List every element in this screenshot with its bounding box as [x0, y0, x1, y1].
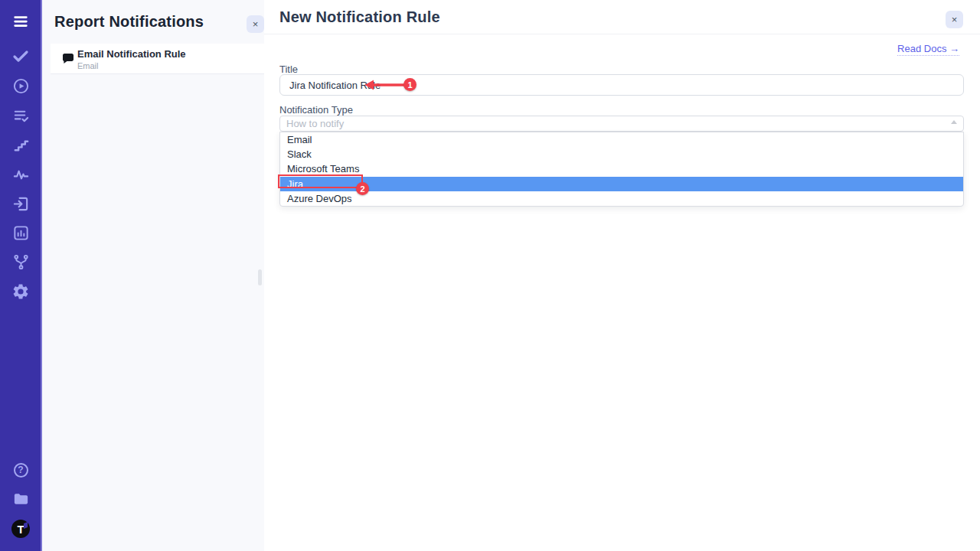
read-docs-link[interactable]: Read Docs → — [897, 43, 959, 56]
annotation-step-2-badge: 2 — [356, 182, 369, 195]
list-check-icon[interactable] — [11, 106, 31, 126]
bar-chart-icon[interactable] — [11, 223, 31, 243]
option-email[interactable]: Email — [280, 132, 963, 147]
activity-icon[interactable] — [11, 165, 31, 184]
notification-type-label: Notification Type — [279, 104, 353, 116]
new-notification-rule-drawer: New Notification Rule × Read Docs → Titl… — [264, 0, 980, 551]
list-item-email-notification-rule[interactable]: Email Notification Rule Email — [51, 44, 264, 74]
annotation-highlight-box — [278, 174, 363, 188]
annotation-arrow-left — [364, 77, 408, 93]
steps-icon[interactable] — [11, 135, 31, 155]
folder-icon[interactable] — [11, 489, 31, 509]
check-icon[interactable] — [11, 46, 31, 66]
sidebar: ? T — [0, 0, 42, 551]
caret-up-icon — [951, 120, 957, 124]
option-azure-devops[interactable]: Azure DevOps — [280, 191, 963, 206]
title-field-label: Title — [279, 64, 298, 75]
sign-in-icon[interactable] — [11, 194, 31, 214]
list-item-subtitle: Email — [77, 61, 99, 70]
report-notifications-panel: Report Notifications × Email Notificatio… — [42, 0, 264, 551]
option-slack[interactable]: Slack — [280, 147, 963, 161]
panel-scrollbar-thumb[interactable] — [258, 269, 262, 285]
help-icon[interactable]: ? — [11, 460, 31, 480]
option-microsoft-teams[interactable]: Microsoft Teams — [280, 161, 963, 176]
menu-icon[interactable] — [11, 11, 31, 31]
gear-icon[interactable] — [11, 282, 31, 302]
option-jira[interactable]: Jira — [280, 177, 963, 191]
fork-icon[interactable] — [11, 252, 31, 272]
speech-bubble-icon — [61, 52, 75, 68]
panel-close-button[interactable]: × — [247, 15, 264, 33]
notification-type-select[interactable]: How to notify — [279, 116, 964, 132]
notification-type-dropdown: Email Slack Microsoft Teams Jira Azure D… — [279, 132, 964, 207]
annotation-step-1-badge: 1 — [403, 78, 416, 91]
t-logo[interactable]: T — [11, 519, 31, 539]
drawer-header: New Notification Rule — [264, 0, 980, 34]
panel-title: Report Notifications — [54, 13, 204, 31]
drawer-close-button[interactable]: × — [946, 11, 963, 28]
play-circle-icon[interactable] — [11, 76, 31, 96]
drawer-title: New Notification Rule — [279, 8, 440, 26]
select-placeholder: How to notify — [286, 116, 344, 131]
list-item-title: Email Notification Rule — [77, 48, 186, 60]
